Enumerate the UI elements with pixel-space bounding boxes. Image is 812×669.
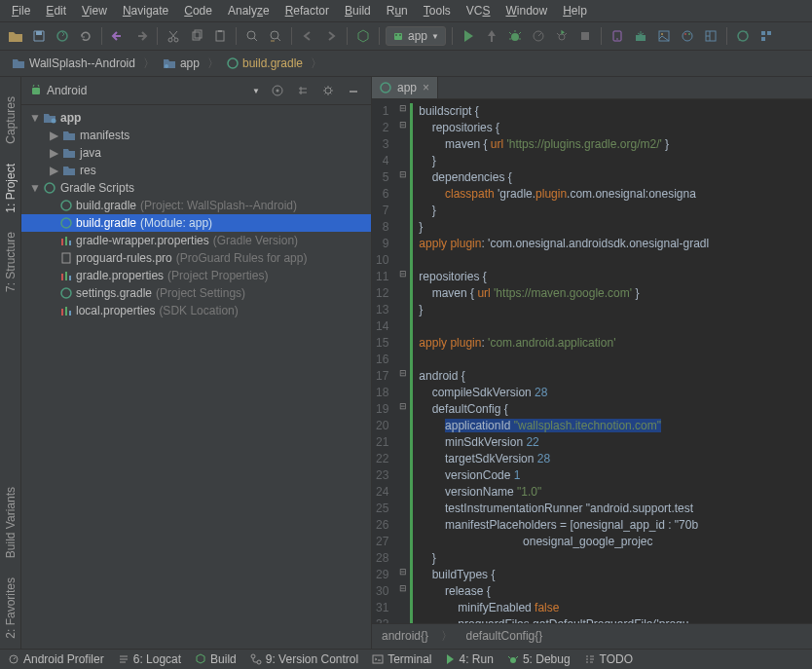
editor-pane: app × 1234567891011121314151617181920212… <box>372 77 812 649</box>
replace-icon[interactable] <box>266 26 285 46</box>
tree-settings[interactable]: settings.gradle (Project Settings) <box>21 284 371 302</box>
tree-gradle-props[interactable]: gradle.properties (Project Properties) <box>21 267 371 284</box>
tool-profiler[interactable]: Android Profiler <box>8 652 104 666</box>
gear-icon[interactable] <box>318 81 338 100</box>
svg-rect-19 <box>636 35 646 41</box>
chevron-right-icon: 〉 <box>311 56 322 72</box>
refresh-icon[interactable] <box>76 26 95 46</box>
menu-build[interactable]: Build <box>337 2 379 19</box>
left-tab-structure[interactable]: 7: Structure <box>0 222 20 302</box>
left-tab-favorites[interactable]: 2: Favorites <box>0 568 20 649</box>
editor-tab-app[interactable]: app × <box>372 77 438 98</box>
tree-res[interactable]: ▶res <box>21 162 371 179</box>
apply-changes-icon[interactable] <box>482 26 501 46</box>
svg-point-23 <box>684 33 686 35</box>
folder-icon <box>12 57 25 69</box>
menu-view[interactable]: View <box>74 2 115 19</box>
theme-icon[interactable] <box>678 26 697 46</box>
crumb-file[interactable]: build.gradle <box>223 55 307 72</box>
menu-window[interactable]: Window <box>498 2 555 19</box>
menu-file[interactable]: File <box>4 2 38 19</box>
svg-point-18 <box>616 38 618 40</box>
save-icon[interactable] <box>29 26 49 46</box>
svg-point-56 <box>510 657 516 663</box>
undo-icon[interactable] <box>108 26 128 46</box>
gradle-sync-icon[interactable] <box>733 26 753 46</box>
tool-logcat[interactable]: 6: Logcat <box>118 652 181 666</box>
menu-edit[interactable]: Edit <box>38 2 74 19</box>
paste-icon[interactable] <box>210 26 230 46</box>
forward-icon[interactable] <box>321 26 341 46</box>
left-tab-variants[interactable]: Build Variants <box>0 477 20 568</box>
tree-build-module[interactable]: build.gradle (Module: app) <box>21 214 371 232</box>
tree-gradle-scripts[interactable]: ▼Gradle Scripts <box>21 179 371 197</box>
menu-code[interactable]: Code <box>176 2 220 19</box>
hide-icon[interactable] <box>344 81 363 100</box>
run-config-selector[interactable]: app ▼ <box>386 26 446 46</box>
menu-navigate[interactable]: Navigate <box>115 2 176 19</box>
tool-run[interactable]: 4: Run <box>446 652 494 666</box>
project-view-mode[interactable]: Android <box>47 84 87 97</box>
menu-tools[interactable]: Tools <box>416 2 459 19</box>
menu-run[interactable]: Run <box>379 2 416 19</box>
menu-refactor[interactable]: Refactor <box>277 2 337 19</box>
project-tree[interactable]: ▼app ▶manifests ▶java ▶res ▼Gradle Scrip… <box>21 105 371 649</box>
svg-rect-50 <box>69 311 71 316</box>
crumb-project[interactable]: WallSplash--Android <box>8 55 139 72</box>
scroll-from-icon[interactable] <box>268 81 287 100</box>
tree-app[interactable]: ▼app <box>21 109 371 127</box>
avd-icon[interactable] <box>608 26 627 46</box>
tree-wrapper-props[interactable]: gradle-wrapper.properties (Gradle Versio… <box>21 232 371 249</box>
structure-icon[interactable] <box>757 26 776 46</box>
attach-icon[interactable] <box>552 26 572 46</box>
resource-icon[interactable] <box>654 26 674 46</box>
tree-local-props[interactable]: local.properties (SDK Location) <box>21 302 371 319</box>
dropdown-icon[interactable]: ▼ <box>252 87 260 95</box>
profile-icon[interactable] <box>529 26 548 46</box>
build-icon[interactable] <box>353 26 373 46</box>
code-breadcrumb: android{} 〉 defaultConfig{} <box>372 623 812 649</box>
menu-help[interactable]: Help <box>555 2 595 19</box>
tree-manifests[interactable]: ▶manifests <box>21 127 371 144</box>
menu-vcs[interactable]: VCS <box>459 2 498 19</box>
svg-rect-48 <box>61 309 63 316</box>
run-icon[interactable] <box>459 26 478 46</box>
svg-point-8 <box>247 31 255 39</box>
tree-build-project[interactable]: build.gradle (Project: WallSplash--Andro… <box>21 197 371 214</box>
collapse-icon[interactable] <box>293 81 313 100</box>
debug-icon[interactable] <box>505 26 525 46</box>
code-crumb-default[interactable]: defaultConfig{} <box>466 629 543 643</box>
code-crumb-android[interactable]: android{} <box>382 629 428 643</box>
open-icon[interactable] <box>6 26 25 46</box>
tool-vcs[interactable]: 9: Version Control <box>250 652 358 666</box>
code-editor[interactable]: 1234567891011121314151617181920212223242… <box>372 99 812 623</box>
tool-todo[interactable]: TODO <box>584 652 633 666</box>
code-content[interactable]: buildscript { repositories { maven { url… <box>410 99 812 623</box>
stop-icon[interactable] <box>575 26 595 46</box>
sync-icon[interactable] <box>53 26 72 46</box>
find-icon[interactable] <box>242 26 262 46</box>
tree-proguard[interactable]: proguard-rules.pro (ProGuard Rules for a… <box>21 249 371 267</box>
close-icon[interactable]: × <box>423 81 429 94</box>
menu-analyze[interactable]: Analyze <box>220 2 277 19</box>
tree-java[interactable]: ▶java <box>21 144 371 162</box>
back-icon[interactable] <box>298 26 317 46</box>
svg-point-53 <box>251 654 255 658</box>
bottom-tool-bar: Android Profiler 6: Logcat Build 9: Vers… <box>0 649 812 669</box>
crumb-module[interactable]: app <box>159 55 203 72</box>
left-tab-project[interactable]: 1: Project <box>0 154 20 223</box>
tool-terminal[interactable]: Terminal <box>372 652 431 666</box>
left-tab-captures[interactable]: Captures <box>0 87 20 154</box>
redo-icon[interactable] <box>131 26 151 46</box>
android-icon <box>392 30 404 42</box>
tool-build[interactable]: Build <box>195 652 237 666</box>
svg-point-34 <box>277 90 279 93</box>
fold-gutter[interactable]: ⊟⊟⊟⊟⊟⊟⊟⊟ <box>396 99 410 623</box>
tool-debug[interactable]: 5: Debug <box>507 652 571 666</box>
layout-icon[interactable] <box>701 26 720 46</box>
copy-icon[interactable] <box>187 26 206 46</box>
cut-icon[interactable] <box>164 26 183 46</box>
sdk-icon[interactable] <box>631 26 650 46</box>
android-icon <box>29 84 43 97</box>
svg-rect-29 <box>761 37 765 41</box>
